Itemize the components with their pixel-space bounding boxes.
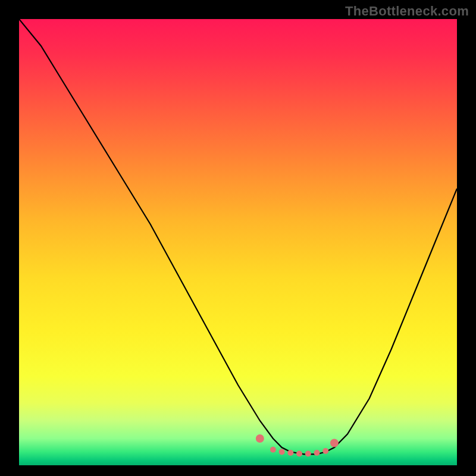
accent-dot [270, 447, 276, 453]
accent-dot [330, 439, 339, 447]
accent-dot [287, 450, 293, 456]
accent-dots-group [256, 434, 339, 457]
plot-area [19, 19, 457, 465]
watermark-text: TheBottleneck.com [345, 4, 469, 19]
bottleneck-curve-line [19, 19, 457, 454]
accent-dot [296, 451, 302, 457]
accent-dot [314, 450, 320, 456]
chart-svg [19, 19, 457, 465]
accent-dot [322, 448, 328, 454]
accent-dot [256, 434, 264, 443]
accent-dot [279, 449, 285, 455]
accent-dot [305, 451, 311, 457]
